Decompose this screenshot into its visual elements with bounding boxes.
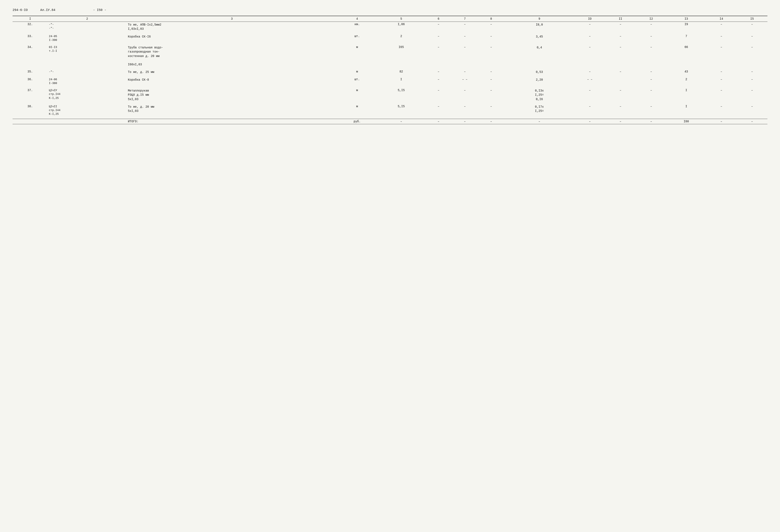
spacer-row xyxy=(12,102,768,104)
col-header-14: I4 xyxy=(706,16,737,22)
spacer-row xyxy=(12,67,768,69)
col-header-13: I3 xyxy=(667,16,706,22)
spacer-row xyxy=(12,43,768,45)
col-header-12: I2 xyxy=(636,16,666,22)
col-header-15: I5 xyxy=(737,16,768,22)
col-header-6: 6 xyxy=(425,16,452,22)
col-header-4: 4 xyxy=(337,16,377,22)
table-row: 35.-"-То же, д. 25 ммм82–––0,53–––43–– xyxy=(12,69,768,75)
col-header-10: IO xyxy=(574,16,605,22)
col-header-7: 7 xyxy=(452,16,478,22)
spacer-row xyxy=(12,86,768,88)
table-row: 36.24-06I-380Коробка СК-8шт.I–– ––2,20– … xyxy=(12,77,768,86)
spacer-row xyxy=(12,75,768,77)
col-header-I: I xyxy=(12,16,48,22)
table-row: 32.-"--"-То же, АПВ-Іх2,5мм2I,03хI,03км.… xyxy=(12,22,768,32)
table-row: 33.24-05I-390Коробка СК-I6шт.2–––3,45–––… xyxy=(12,34,768,43)
col-header-11: II xyxy=(605,16,636,22)
header: 294-6-IO Ал.IУ.84 - I50 - xyxy=(12,8,768,12)
col-header-8: 8 xyxy=(478,16,504,22)
col-header-3: 3 xyxy=(127,16,337,22)
header-code: 294-6-IO xyxy=(12,8,28,12)
total-row: ИТОГО:руб.––––––––I80–– xyxy=(12,119,768,124)
column-header-row: I 2 3 4 5 6 7 8 9 IO II I2 I3 I4 I5 xyxy=(12,16,768,22)
table-row: 37.ЦIчIУстр.I44К-I,25МеталлорукавРЗЦХ д.… xyxy=(12,88,768,102)
header-value: - I50 - xyxy=(93,8,106,12)
table-row: 34.0I-I3т.I-IТруба стальная водо-газопро… xyxy=(12,45,768,67)
spacer-row xyxy=(12,32,768,34)
col-header-9: 9 xyxy=(504,16,575,22)
table-row: 38.ЦIчIIстр.I44К-I,25То же, д. 20 мм5хI,… xyxy=(12,104,768,117)
col-header-2: 2 xyxy=(48,16,127,22)
header-standard: Ал.IУ.84 xyxy=(40,8,55,12)
table-body: 32.-"--"-То же, АПВ-Іх2,5мм2I,03хI,03км.… xyxy=(12,22,768,124)
main-table: I 2 3 4 5 6 7 8 9 IO II I2 I3 I4 I5 32.-… xyxy=(12,16,768,124)
spacer-row xyxy=(12,117,768,119)
col-header-5: 5 xyxy=(377,16,425,22)
